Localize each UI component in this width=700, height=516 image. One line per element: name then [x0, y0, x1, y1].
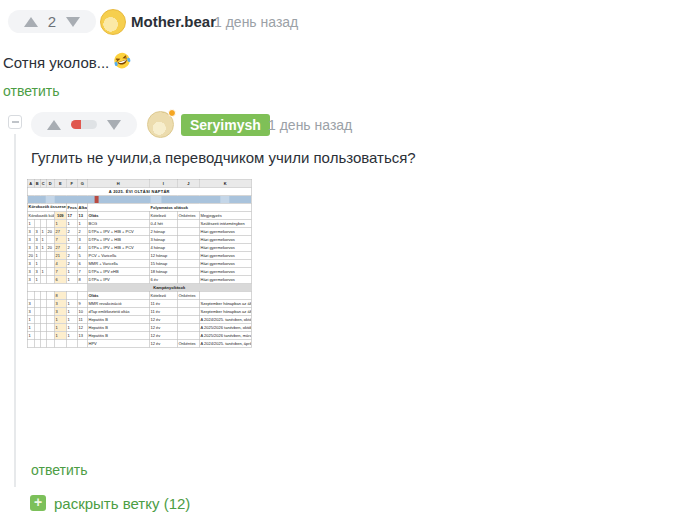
- table-row: 11111Hepatitis B12 évA 2024/2025. tanévb…: [27, 315, 251, 323]
- avatar-status-dot: [168, 109, 176, 117]
- comment-timestamp[interactable]: 1 день назад: [214, 14, 298, 30]
- table-row: Kórokozók összesenFecs-kendőAlka-lomFoly…: [27, 203, 251, 211]
- table-row: 31618DTPa + IPV6 évHázi gyermekorvos: [27, 275, 251, 283]
- table-row: Kampányoltások: [27, 283, 251, 291]
- table-row: 8OltásKötelezőÖnkéntes: [27, 291, 251, 299]
- upvote-button[interactable]: [24, 17, 38, 27]
- comment-text: Гуглить не учили,а переводчиком учили по…: [31, 149, 416, 166]
- table-row: A 2025. ÉVI OLTÁSI NAPTÁR: [27, 187, 251, 195]
- collapse-toggle[interactable]: [8, 115, 22, 129]
- rating-value: 2: [48, 13, 56, 30]
- table-row: 331202722DTPa + IPV + HIB + PCV2 hónapHá…: [27, 227, 251, 235]
- rofl-emoji: [112, 50, 134, 74]
- expand-branch-link[interactable]: раскрыть ветку (12): [54, 495, 190, 512]
- avatar[interactable]: [100, 9, 126, 35]
- expand-branch-icon[interactable]: +: [30, 495, 46, 511]
- table-row: 11113Hepatitis B12 évA 2025/2026 tanévbe…: [27, 331, 251, 339]
- table-row: 33110dTap emlékeztető oltás11 évSzeptemb…: [27, 307, 251, 315]
- reply-link[interactable]: ответить: [31, 462, 87, 478]
- table-row: 3319MMR revakcináció11 évSzeptember hóna…: [27, 299, 251, 307]
- table-row: HPV12 évÖnkéntesA 2024/2025. tanévben, á…: [27, 339, 251, 347]
- comment-text: Сотня уколов...: [3, 52, 131, 72]
- table-row: Kórokozók külön1091713OltásKötelezőÖnkén…: [27, 211, 251, 219]
- username[interactable]: Mother.bear: [131, 13, 216, 30]
- vote-widget: [31, 112, 137, 137]
- comment-thread: 2 Mother.bear 1 день назад Сотня уколов.…: [0, 0, 700, 516]
- hidden-rating-bar: [71, 120, 97, 129]
- table-row: [27, 195, 251, 203]
- comment-timestamp[interactable]: 1 день назад: [268, 117, 352, 133]
- vote-widget: 2: [8, 10, 96, 33]
- table-row: 331717DTPa + IPV eHB18 hónapHázi gyermek…: [27, 267, 251, 275]
- downvote-button[interactable]: [107, 120, 121, 130]
- upvote-button[interactable]: [47, 120, 61, 130]
- table-row: 331202724DTPa + IPV + HIB + PCV4 hónapHá…: [27, 243, 251, 251]
- table-row: ABCDEFGHIJK: [27, 179, 251, 187]
- comment-attachment-image[interactable]: ABCDEFGHIJKA 2025. ÉVI OLTÁSI NAPTÁRKóro…: [27, 179, 249, 457]
- table-row: 31426MMR + Varicella15 hónapHázi gyermek…: [27, 259, 251, 267]
- table-row: 11112Hepatitis B12 évA 2025/2026 tanévbe…: [27, 323, 251, 331]
- reply-link[interactable]: ответить: [3, 83, 59, 99]
- attachment-table: ABCDEFGHIJKA 2025. ÉVI OLTÁSI NAPTÁRKóro…: [27, 179, 252, 348]
- table-row: 1111BCG0-4 hétSzülészeti intézményben: [27, 219, 251, 227]
- downvote-button[interactable]: [66, 17, 80, 27]
- thread-line[interactable]: [14, 134, 16, 487]
- table-row: 331713DTPa + IPV + HIB3 hónapHázi gyerme…: [27, 235, 251, 243]
- table-row: 2012125PCV + Varicella12 hónapHázi gyerm…: [27, 251, 251, 259]
- username-badge[interactable]: Seryimysh: [181, 114, 270, 136]
